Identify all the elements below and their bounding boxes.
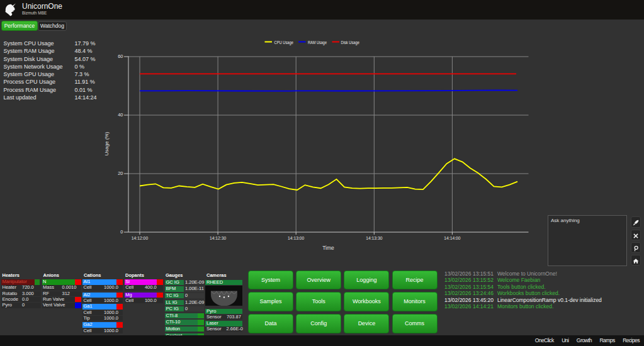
svg-text:14:12:30: 14:12:30 bbox=[210, 235, 226, 241]
svg-text:20: 20 bbox=[118, 170, 123, 176]
svg-text:RAM Usage: RAM Usage bbox=[308, 40, 327, 45]
svg-text:Usage (%): Usage (%) bbox=[104, 131, 110, 155]
svg-text:40: 40 bbox=[118, 112, 123, 118]
svg-text:14:13:30: 14:13:30 bbox=[366, 235, 382, 241]
svg-text:Disk Usage: Disk Usage bbox=[341, 40, 360, 45]
svg-text:14:13:00: 14:13:00 bbox=[288, 235, 304, 241]
svg-text:CPU Usage: CPU Usage bbox=[274, 40, 294, 45]
svg-text:14:12:00: 14:12:00 bbox=[132, 235, 148, 241]
svg-text:14:14:00: 14:14:00 bbox=[444, 235, 460, 241]
svg-text:60: 60 bbox=[118, 53, 123, 59]
svg-text:0: 0 bbox=[120, 229, 123, 235]
svg-text:Time: Time bbox=[322, 245, 334, 251]
